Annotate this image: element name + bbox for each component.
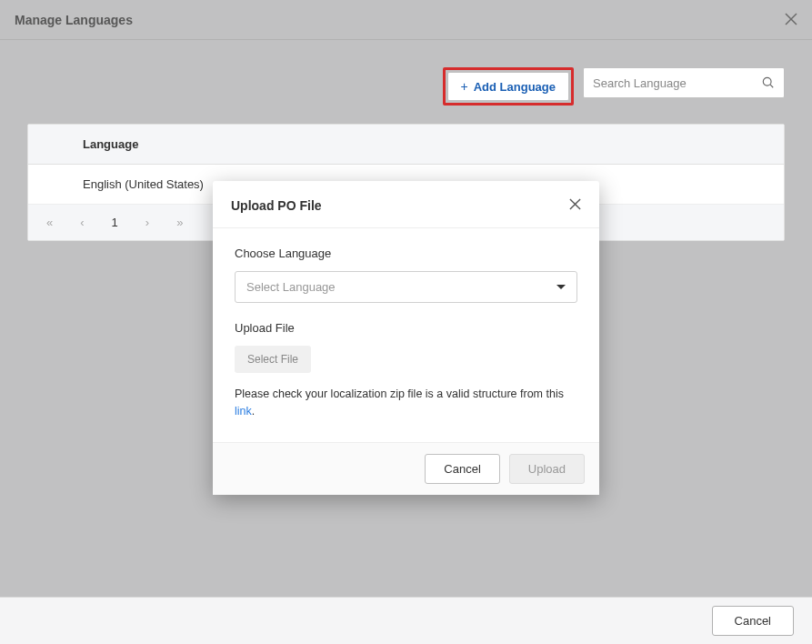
add-language-label: Add Language — [474, 80, 556, 94]
add-language-button[interactable]: + Add Language — [447, 72, 569, 101]
last-page-icon[interactable]: » — [176, 216, 183, 229]
chevron-down-icon — [556, 285, 566, 289]
svg-line-3 — [770, 85, 773, 87]
upload-modal: Upload PO File Choose Language Select La… — [213, 181, 599, 495]
plus-icon: + — [461, 79, 468, 94]
modal-upload-button[interactable]: Upload — [509, 454, 585, 484]
svg-point-2 — [763, 77, 771, 86]
search-input[interactable] — [593, 76, 762, 90]
modal-footer: Cancel Upload — [213, 442, 599, 495]
modal-body: Choose Language Select Language Upload F… — [213, 228, 599, 442]
search-field[interactable] — [583, 67, 785, 98]
choose-language-label: Choose Language — [235, 247, 577, 260]
footer-cancel-button[interactable]: Cancel — [712, 606, 794, 636]
help-link[interactable]: link — [235, 405, 252, 418]
highlight-annotation: + Add Language — [443, 67, 574, 106]
prev-page-icon[interactable]: ‹ — [80, 216, 84, 229]
modal-header: Upload PO File — [213, 181, 599, 228]
table-header-language: Language — [28, 125, 784, 165]
language-select[interactable]: Select Language — [235, 271, 577, 303]
modal-cancel-button[interactable]: Cancel — [425, 454, 499, 484]
first-page-icon[interactable]: « — [46, 216, 53, 229]
next-page-icon[interactable]: › — [145, 216, 149, 229]
select-file-button[interactable]: Select File — [235, 346, 311, 373]
toolbar: + Add Language — [27, 67, 785, 106]
window-footer: Cancel — [0, 597, 812, 644]
modal-title: Upload PO File — [231, 198, 322, 213]
select-placeholder: Select Language — [246, 280, 336, 294]
current-page: 1 — [112, 216, 118, 229]
help-text: Please check your localization zip file … — [235, 386, 577, 420]
modal-close-icon[interactable] — [569, 196, 581, 215]
upload-file-label: Upload File — [235, 321, 577, 335]
search-icon — [762, 76, 775, 89]
